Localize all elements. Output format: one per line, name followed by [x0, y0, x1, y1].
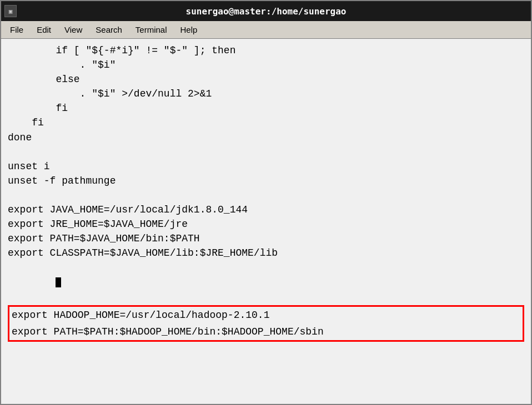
terminal-window: ▣ sunergao@master:/home/sunergao File Ed…: [0, 0, 532, 405]
cursor-line: [8, 260, 524, 303]
menu-terminal[interactable]: Terminal: [129, 23, 174, 37]
window-icon-symbol: ▣: [9, 8, 13, 15]
highlighted-line-2: export PATH=$PATH:$HADOOP_HOME/bin:$HADO…: [9, 323, 523, 340]
code-line-13: export JRE_HOME=$JAVA_HOME/jre: [8, 217, 524, 231]
menu-help[interactable]: Help: [174, 23, 204, 37]
code-line-11: [8, 188, 524, 202]
menu-bar: File Edit View Search Terminal Help: [1, 21, 531, 39]
code-line-15: export CLASSPATH=$JAVA_HOME/lib:$JRE_HOM…: [8, 246, 524, 260]
menu-file[interactable]: File: [3, 23, 30, 37]
code-line-10: unset -f pathmunge: [8, 174, 524, 188]
menu-view[interactable]: View: [58, 23, 89, 37]
code-line-8: [8, 145, 524, 159]
highlighted-line-1: export HADOOP_HOME=/usr/local/hadoop-2.1…: [9, 307, 523, 323]
title-text: sunergao@master:/home/sunergao: [1, 3, 531, 20]
code-line-3: else: [8, 72, 524, 87]
code-line-2: . "$i": [8, 58, 524, 72]
menu-search[interactable]: Search: [89, 23, 129, 37]
code-line-12: export JAVA_HOME=/usr/local/jdk1.8.0_144: [8, 202, 524, 217]
code-line-7: done: [8, 130, 524, 145]
code-line-4: . "$i" >/dev/null 2>&1: [8, 87, 524, 101]
highlighted-block: export HADOOP_HOME=/usr/local/hadoop-2.1…: [8, 305, 524, 342]
code-line-5: fi: [8, 101, 524, 115]
code-line-14: export PATH=$JAVA_HOME/bin:$PATH: [8, 231, 524, 246]
code-content: if [ "${-#*i}" != "$-" ]; then . "$i" el…: [8, 43, 524, 342]
menu-edit[interactable]: Edit: [30, 23, 58, 37]
code-line-9: unset i: [8, 159, 524, 174]
code-line-1: if [ "${-#*i}" != "$-" ]; then: [8, 43, 524, 58]
terminal-body[interactable]: if [ "${-#*i}" != "$-" ]; then . "$i" el…: [1, 39, 531, 404]
code-line-6: fi: [8, 115, 524, 130]
title-bar: ▣ sunergao@master:/home/sunergao: [1, 1, 531, 21]
terminal-cursor: [56, 277, 61, 287]
window-icon[interactable]: ▣: [4, 5, 17, 17]
